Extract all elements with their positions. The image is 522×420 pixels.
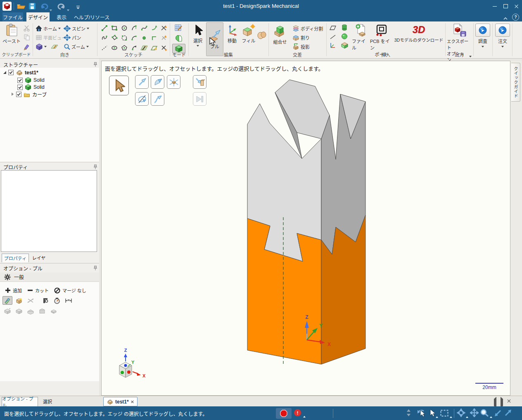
- download-3d-button[interactable]: 3D 3Dモデルのダウンロード: [393, 24, 444, 43]
- tab-scroll-right-icon[interactable]: [501, 399, 503, 406]
- insert-cylinder-icon[interactable]: [341, 24, 348, 33]
- tab-layers[interactable]: レイヤ: [30, 254, 48, 262]
- zoom-in-arrow-icon[interactable]: [504, 409, 512, 419]
- combine-button[interactable]: 組合せ: [270, 24, 290, 45]
- insert-shell-icon[interactable]: [341, 42, 348, 50]
- insert-sphere-icon[interactable]: [341, 33, 348, 41]
- tree-row-root[interactable]: test1*: [3, 69, 38, 76]
- order-button[interactable]: 注文: [495, 24, 510, 47]
- tab-options-pull[interactable]: オプション - プル: [2, 397, 38, 406]
- pull-both-sides-option[interactable]: [26, 296, 36, 305]
- error-menu-chevron[interactable]: [303, 412, 306, 419]
- sketch-three-point-rectangle-icon[interactable]: [110, 33, 119, 43]
- pull-variant4-option[interactable]: [37, 307, 47, 316]
- tree-solid1-label[interactable]: Solid: [33, 77, 45, 83]
- tree-solid2-label[interactable]: Solid: [33, 84, 45, 90]
- tree-curves-label[interactable]: カーブ: [32, 91, 47, 98]
- fill-button[interactable]: フィル: [241, 24, 256, 44]
- properties-grid[interactable]: [1, 170, 97, 252]
- help-icon[interactable]: ?: [512, 14, 519, 21]
- minimize-button[interactable]: [490, 0, 500, 12]
- copy-icon[interactable]: [24, 34, 30, 42]
- box-select-chevron[interactable]: [450, 412, 452, 420]
- sketch-corner-arc-icon[interactable]: [149, 24, 159, 33]
- tab-help-resources[interactable]: ヘルプ/リソース: [74, 12, 110, 21]
- status-spinner-icon[interactable]: [406, 409, 411, 419]
- cut-icon[interactable]: [23, 25, 31, 33]
- pull-variant1-option[interactable]: [2, 307, 12, 316]
- investigate-button[interactable]: 調査: [475, 24, 491, 47]
- zoom-status-chevron[interactable]: [490, 412, 492, 420]
- pan-button[interactable]: パン: [64, 33, 81, 42]
- add-label[interactable]: 追加: [13, 287, 22, 294]
- tool-scale-body-button[interactable]: [167, 75, 180, 89]
- tab-view[interactable]: 表示: [52, 12, 71, 21]
- select-tool-chevron[interactable]: [436, 412, 438, 420]
- sketch-point-icon[interactable]: [140, 33, 149, 43]
- undo-select-icon[interactable]: [415, 408, 426, 419]
- tool-pull-direction-button[interactable]: [135, 75, 149, 89]
- checkbox-checked[interactable]: [17, 78, 23, 83]
- insert-axis-icon[interactable]: [330, 42, 336, 50]
- tab-design[interactable]: デザイン: [26, 12, 50, 21]
- tab-file[interactable]: ファイル: [2, 12, 23, 21]
- home-view-button[interactable]: ホーム: [36, 24, 61, 33]
- plan-view-button[interactable]: 平面ビュー: [36, 33, 66, 42]
- split-body-button[interactable]: ボディ分割: [292, 24, 323, 33]
- spin-button[interactable]: スピン: [64, 24, 89, 33]
- move-button[interactable]: 移動: [224, 24, 240, 44]
- split-button[interactable]: 割り: [292, 33, 310, 42]
- view-cube[interactable]: Z Y X: [119, 348, 146, 378]
- zoom-status-icon[interactable]: [480, 408, 489, 419]
- checkbox-checked[interactable]: [16, 92, 21, 97]
- pull-ruler-option[interactable]: [2, 296, 12, 305]
- measure-angle-option[interactable]: [52, 296, 62, 305]
- model-viewport[interactable]: Z Y X Z Y X 面を選択してドラッグし、オフセットします。エッジの選択し…: [101, 61, 510, 396]
- spin-status-icon[interactable]: [457, 408, 465, 419]
- tool-up-to-button[interactable]: [193, 75, 206, 89]
- error-badge-icon[interactable]: !: [294, 409, 301, 416]
- tool-sweep-button[interactable]: [151, 92, 164, 106]
- dimension-option[interactable]: [64, 296, 74, 305]
- sketch-trim-icon[interactable]: [159, 24, 168, 33]
- zoom-button[interactable]: ズーム: [64, 42, 89, 51]
- expander-open-icon[interactable]: [3, 71, 6, 74]
- tab-scroll-left-icon[interactable]: [494, 399, 496, 406]
- format-painter-icon[interactable]: [23, 43, 31, 52]
- sketch-trim-corner-icon[interactable]: [159, 33, 168, 43]
- sketch-spline-icon[interactable]: [140, 24, 149, 33]
- document-tab[interactable]: test1*: [103, 397, 138, 406]
- tool-revolve-button[interactable]: [135, 92, 149, 106]
- close-button[interactable]: [511, 0, 521, 12]
- zoom-out-arrow-icon[interactable]: [494, 409, 502, 419]
- sketch-mode-button[interactable]: [172, 23, 185, 33]
- view-cube-button[interactable]: [36, 42, 59, 51]
- select-button[interactable]: 選択: [190, 24, 206, 47]
- project-button[interactable]: 投影: [292, 42, 310, 51]
- checkbox-checked[interactable]: [8, 70, 14, 75]
- document-tab-close-icon[interactable]: [131, 400, 134, 403]
- sketch-arc-icon[interactable]: [130, 33, 139, 43]
- section-mode-button[interactable]: [172, 33, 185, 43]
- sketch-circle-icon[interactable]: [120, 24, 129, 33]
- blend-icon[interactable]: [257, 31, 267, 41]
- expander-closed-icon[interactable]: [12, 93, 14, 96]
- cut-mode-icon[interactable]: [27, 287, 33, 293]
- box-select-icon[interactable]: [440, 410, 448, 418]
- spin-status-chevron[interactable]: [466, 412, 468, 420]
- tab-properties[interactable]: プロパティ: [2, 254, 29, 262]
- pull-box-option[interactable]: [14, 296, 24, 305]
- insert-plane-icon[interactable]: [330, 25, 336, 32]
- insert-line-icon[interactable]: [330, 34, 336, 41]
- tree-row-solid2[interactable]: Solid: [17, 84, 45, 90]
- model-3d-scene[interactable]: Z Y X Z Y X: [102, 61, 510, 395]
- select-tool-status-icon[interactable]: [429, 409, 435, 419]
- sketch-tangent-arc-icon[interactable]: [130, 24, 139, 33]
- pull-variant2-option[interactable]: [14, 307, 24, 316]
- pull-variant5-option[interactable]: [49, 307, 59, 316]
- sketch-line-icon[interactable]: [100, 24, 109, 33]
- measure-caliper-option[interactable]: [40, 296, 50, 305]
- tab-selection[interactable]: 選択: [39, 397, 56, 406]
- cut-label[interactable]: カット: [35, 287, 49, 294]
- tool-pivot-edge-button[interactable]: [151, 75, 164, 89]
